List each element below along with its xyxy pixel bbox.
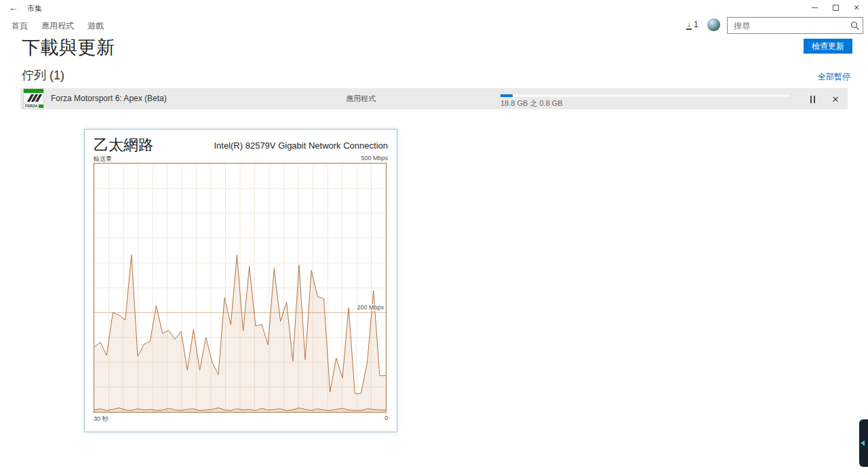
page-title: 下載與更新 <box>22 35 115 60</box>
search-box <box>727 17 863 34</box>
edge-flyout-handle[interactable] <box>859 419 868 467</box>
minimize-button[interactable] <box>804 0 825 15</box>
downloads-indicator[interactable]: ↓ 1 <box>686 20 698 30</box>
search-input[interactable] <box>728 21 848 31</box>
pause-download-button[interactable] <box>804 92 821 107</box>
nav-item-apps[interactable]: 應用程式 <box>41 20 74 32</box>
cancel-icon: ✕ <box>832 94 840 104</box>
queue-item-category: 應用程式 <box>346 88 376 109</box>
ethernet-graph-window: 乙太網路 Intel(R) 82579V Gigabit Network Con… <box>84 129 397 432</box>
forza-wordmark: FORZA <box>25 104 38 108</box>
app-title: 市集 <box>27 3 42 14</box>
throughput-chart: 200 Mbps <box>94 163 387 413</box>
nav-item-home[interactable]: 首頁 <box>12 20 28 32</box>
top-navigation: 首頁 應用程式 遊戲 <box>12 20 104 32</box>
adapter-name: Intel(R) 82579V Gigabit Network Connecti… <box>214 140 388 151</box>
queue-row-forza: FORZA Forza Motorsport 6: Apex (Beta) 應用… <box>20 88 848 109</box>
close-icon: ✕ <box>853 3 859 12</box>
pause-icon <box>810 96 812 103</box>
beta-badge <box>39 104 44 108</box>
x-axis-right-label: 0 <box>384 415 388 421</box>
mid-threshold-label: 200 Mbps <box>356 304 384 311</box>
cancel-download-button[interactable]: ✕ <box>827 92 844 107</box>
search-icon[interactable] <box>848 18 863 33</box>
nav-item-games[interactable]: 遊戲 <box>87 20 104 32</box>
pause-all-link[interactable]: 全部暫停 <box>818 71 850 83</box>
download-icon: ↓ <box>686 20 692 30</box>
app-icon-forza: FORZA <box>23 88 44 109</box>
download-progress-bar <box>500 94 790 97</box>
x-axis-left-label: 30 秒 <box>94 415 108 423</box>
y-max-label: 500 Mbps <box>361 155 388 162</box>
download-count-badge: 1 <box>694 20 698 29</box>
queue-item-name: Forza Motorsport 6: Apex (Beta) <box>51 88 167 109</box>
check-updates-button[interactable]: 檢查更新 <box>804 39 852 54</box>
xbox-green-strip <box>24 89 43 93</box>
ethernet-title: 乙太網路 <box>94 135 153 155</box>
back-icon[interactable]: ← <box>5 0 22 15</box>
forza-logo-icon <box>27 94 42 102</box>
maximize-icon <box>833 5 839 11</box>
network-chart-svg <box>94 164 386 412</box>
download-progress-text: 18.8 GB 之 0.8 GB <box>500 98 563 109</box>
download-progress-fill <box>500 94 513 97</box>
maximize-button[interactable] <box>825 0 846 15</box>
close-window-button[interactable]: ✕ <box>846 0 867 15</box>
queue-heading: 佇列 (1) <box>22 67 64 83</box>
user-avatar[interactable] <box>707 18 720 31</box>
flyout-arrow-icon <box>861 440 865 446</box>
minimize-icon <box>812 7 818 8</box>
